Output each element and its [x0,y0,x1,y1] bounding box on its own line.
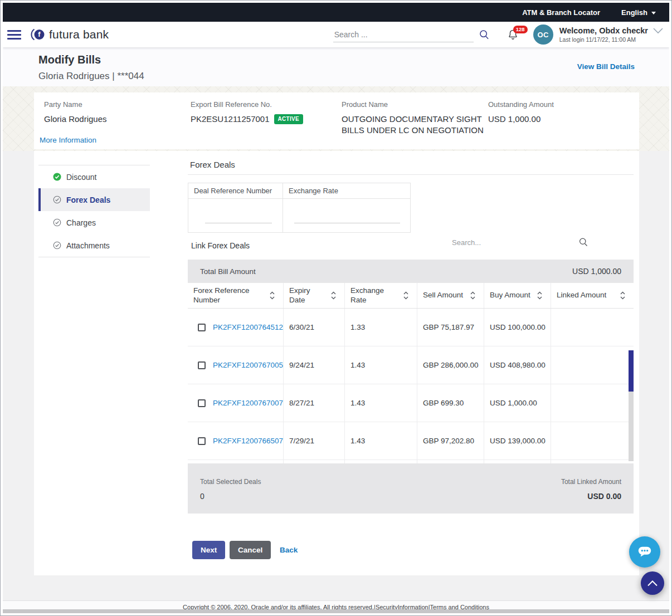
exchange-rate-cell: 1.43 [345,384,417,422]
notification-count-badge: 128 [513,26,528,33]
forex-reference-cell: PK2FXF1200766507 [188,422,284,459]
footer: Copyright © 2006, 2020, Oracle and/or it… [3,600,669,610]
column-header-linked-amount[interactable]: Linked Amount [551,283,634,308]
chevron-up-icon [646,579,659,587]
summary-field-outstanding-amount: Outstanding AmountUSD 1,000.00 [488,100,554,125]
header-right: 128 OC Welcome, Obdx checkr Last login 1… [333,25,664,45]
exchange-rate-column-header: Exchange Rate [283,183,410,198]
sidebar-item-attachments[interactable]: Attachments [38,234,150,257]
table-search-input[interactable] [452,238,530,247]
forex-reference-link[interactable]: PK2FXF1200767005 [213,361,283,369]
sort-icon[interactable] [398,291,409,300]
field-label: Product Name [342,100,484,109]
field-value: PK2ESU1211257001ACTIVE [191,114,303,125]
buy-amount-cell: USD 1,000.00 [484,384,551,422]
sidebar-item-discount[interactable]: Discount [38,165,150,188]
notifications-bell[interactable]: 128 [507,28,519,41]
table-scrollbar-thumb[interactable] [629,350,634,392]
atm-branch-locator-link[interactable]: ATM & Branch Locator [522,8,600,17]
linked-amount-cell [551,309,634,346]
buy-amount-cell: USD 139,000.00 [484,422,551,459]
language-selector[interactable]: English [621,8,656,17]
column-label: Linked Amount [557,291,606,300]
row-checkbox[interactable] [198,399,206,407]
expiry-date-cell: 9/24/21 [284,346,345,384]
browser-window: ATM & Branch Locator English f futura ba… [0,0,672,616]
user-info: Welcome, Obdx checkr Last login 11/17/22… [559,26,664,43]
search-input[interactable] [333,27,474,42]
column-header-sell-amount[interactable]: Sell Amount [417,283,484,308]
table-row: PK2FXF12007665077/29/211.43GBP 97,202.80… [188,422,634,460]
menu-icon[interactable] [7,30,21,40]
table-header-row: Forex Reference NumberExpiry DateExchang… [188,283,634,309]
deal-filter-table: Deal Reference Number Exchange Rate [188,183,411,233]
language-label: English [621,8,647,17]
column-header-exchange-rate[interactable]: Exchange Rate [345,283,417,308]
cancel-button[interactable]: Cancel [230,541,271,559]
deal-reference-input[interactable] [205,214,272,223]
page-title: Modify Bills [38,53,101,66]
forex-reference-link[interactable]: PK2FXF1200767007 [213,399,283,407]
field-value: Gloria Rodrigues [44,114,107,125]
sidebar-item-charges[interactable]: Charges [38,211,150,234]
row-checkbox[interactable] [198,361,206,369]
welcome-text: Welcome, Obdx checkr [559,26,648,36]
table-body: PK2FXF12007645126/30/211.33GBP 75,187.97… [188,309,634,460]
check-filled-icon [53,173,61,181]
user-menu[interactable]: Welcome, Obdx checkr [559,26,664,36]
forex-reference-cell: PK2FXF1200767005 [188,346,284,384]
field-value: OUTGOING DOCUMENTARY SIGHT BILLS UNDER L… [342,114,484,136]
total-selected-deals-label: Total Selected Deals [200,478,261,486]
sort-icon[interactable] [265,291,275,300]
table-row: PK2FXF12007670059/24/211.43GBP 286,000.0… [188,346,634,384]
row-checkbox[interactable] [198,324,206,331]
field-label: Party Name [44,100,107,109]
column-header-forex-reference-number[interactable]: Forex Reference Number [188,283,284,308]
step-list: DiscountForex DealsChargesAttachments [38,165,150,257]
horizontal-scrollbar[interactable] [3,609,669,613]
forex-reference-link[interactable]: PK2FXF1200766507 [213,437,283,445]
back-link[interactable]: Back [280,546,298,554]
column-header-buy-amount[interactable]: Buy Amount [484,283,551,308]
app-window: ATM & Branch Locator English f futura ba… [3,3,669,613]
forex-reference-cell: PK2FXF1200764512 [188,309,284,346]
sort-icon[interactable] [615,291,626,300]
sidebar-item-forex-deals[interactable]: Forex Deals [38,188,150,211]
next-button[interactable]: Next [192,541,225,559]
forex-deals-section: Forex Deals Deal Reference Number Exchan… [188,151,634,575]
sort-icon[interactable] [465,291,476,300]
exchange-rate-input[interactable] [294,214,400,223]
table-row: PK2FXF12007670078/27/211.43GBP 699.30USD… [188,384,634,422]
total-selected-deals-value: 0 [200,492,204,501]
svg-text:f: f [38,30,41,38]
bill-summary-card: Party NameGloria RodriguesExport Bill Re… [34,92,639,149]
page-title-section: Modify Bills Gloria Rodrigues | ***044 V… [3,47,669,86]
total-linked-amount-value: USD 0.00 [587,492,621,501]
summary-band: Party NameGloria RodriguesExport Bill Re… [3,86,669,151]
link-forex-deals-label: Link Forex Deals [191,241,250,250]
exchange-rate-cell: 1.43 [345,422,417,459]
forex-reference-link[interactable]: PK2FXF1200764512 [213,323,283,331]
chevron-down-icon [652,27,664,35]
search-icon[interactable] [578,236,589,248]
brand-logo[interactable]: f futura bank [30,26,109,43]
buy-amount-cell: USD 100,000.00 [484,309,551,346]
row-checkbox[interactable] [198,437,206,445]
summary-field-party-name: Party NameGloria Rodrigues [44,100,107,125]
search-icon[interactable] [478,28,490,41]
expiry-date-cell: 6/30/21 [284,309,345,346]
sort-icon[interactable] [326,291,337,300]
total-bill-value: USD 1,000.00 [572,267,621,276]
more-information-link[interactable]: More Information [40,136,96,144]
column-header-expiry-date[interactable]: Expiry Date [284,283,345,308]
total-linked-amount-label: Total Linked Amount [561,478,621,486]
sidebar-item-label: Discount [66,173,96,182]
view-bill-details-link[interactable]: View Bill Details [577,62,635,71]
sidebar-item-label: Charges [66,218,96,227]
main-panel: DiscountForex DealsChargesAttachments Fo… [34,151,639,575]
scroll-to-top-button[interactable] [641,571,664,595]
sidebar-item-label: Attachments [66,241,110,250]
avatar[interactable]: OC [533,25,553,45]
chat-button[interactable] [629,536,660,568]
sort-icon[interactable] [532,291,543,300]
